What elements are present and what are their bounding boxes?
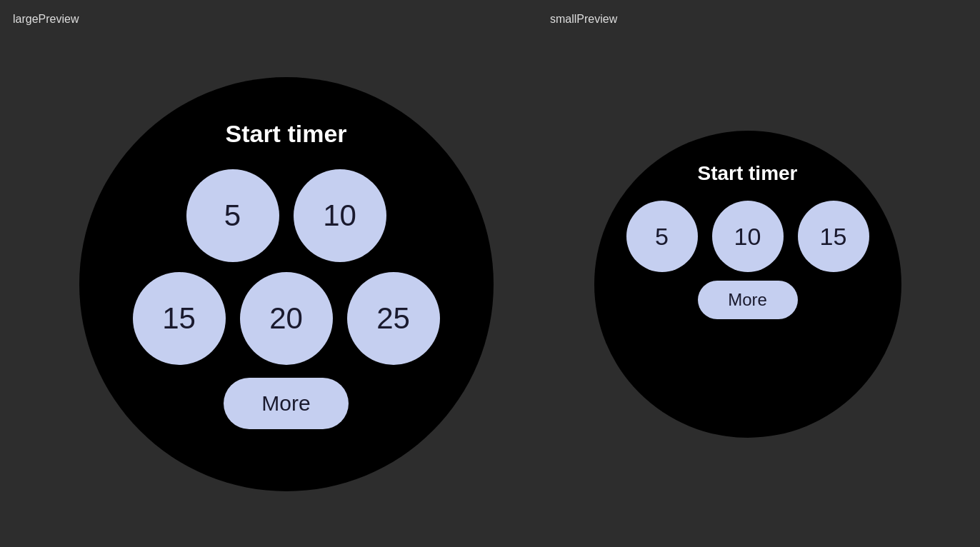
previews-container: Start timer 5 10 15 20 25: [0, 0, 980, 547]
small-row-1: 5 10 15: [626, 201, 869, 272]
large-btn-15[interactable]: 15: [133, 272, 226, 365]
small-btn-15[interactable]: 15: [798, 201, 869, 272]
small-timer-buttons: 5 10 15 More: [626, 201, 869, 319]
small-watch-title: Start timer: [697, 162, 797, 185]
small-watch: Start timer 5 10 15 More: [594, 131, 901, 438]
large-timer-buttons: 5 10 15 20 25 More: [133, 169, 440, 429]
large-preview-label: largePreview: [13, 13, 79, 26]
large-row-1: 5 10: [186, 169, 386, 262]
large-btn-10[interactable]: 10: [294, 169, 386, 262]
large-row-2: 15 20 25: [133, 272, 440, 365]
small-more-button[interactable]: More: [698, 281, 798, 319]
large-btn-5[interactable]: 5: [186, 169, 279, 262]
small-btn-5[interactable]: 5: [626, 201, 698, 272]
large-watch-title: Start timer: [225, 120, 346, 148]
large-watch: Start timer 5 10 15 20 25: [79, 77, 494, 491]
small-btn-10[interactable]: 10: [712, 201, 784, 272]
large-btn-25[interactable]: 25: [347, 272, 440, 365]
large-btn-20[interactable]: 20: [240, 272, 333, 365]
small-preview-label: smallPreview: [550, 13, 617, 26]
large-more-button[interactable]: More: [224, 378, 349, 429]
